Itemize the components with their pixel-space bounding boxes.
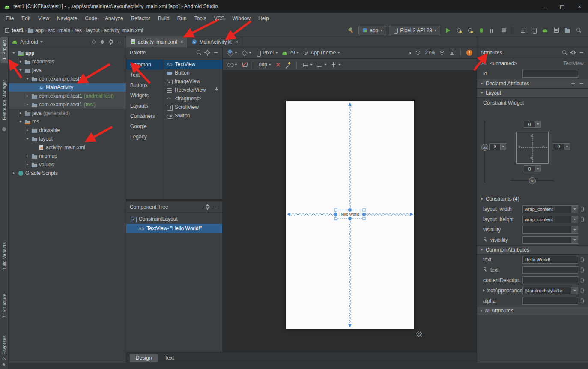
device-screen[interactable]: Hello World! bbox=[286, 101, 414, 329]
palette-component-button[interactable]: Button bbox=[164, 69, 222, 77]
resource-picker-icon[interactable] bbox=[581, 257, 584, 262]
dropdown-button[interactable] bbox=[535, 121, 540, 127]
tree-item-activity_main.xml[interactable]: activity_main.xml bbox=[9, 143, 126, 152]
tree-expander[interactable] bbox=[18, 121, 23, 123]
infer-constraints-icon[interactable] bbox=[285, 62, 291, 68]
gear-icon[interactable] bbox=[570, 50, 576, 56]
menu-run[interactable]: Run bbox=[173, 14, 191, 23]
menu-analyze[interactable]: Analyze bbox=[101, 14, 127, 23]
render-errors-icon[interactable] bbox=[466, 50, 472, 56]
mode-tab-design[interactable]: Design bbox=[130, 354, 158, 362]
sdk-manager-button[interactable] bbox=[540, 26, 550, 35]
attr-field-text[interactable] bbox=[522, 256, 578, 264]
constraints-section[interactable]: Constraints (4) bbox=[477, 194, 588, 204]
device-explorer-button[interactable] bbox=[562, 26, 573, 35]
margin-top-selector[interactable]: 0 bbox=[524, 121, 541, 128]
search-button[interactable] bbox=[573, 26, 584, 35]
design-canvas-area[interactable]: Hello World! bbox=[223, 71, 477, 352]
menu-refactor[interactable]: Refactor bbox=[127, 14, 154, 23]
breadcrumb-res[interactable]: res bbox=[75, 27, 82, 33]
project-view-selector[interactable]: Android bbox=[20, 39, 38, 45]
tab-close-icon[interactable]: × bbox=[235, 39, 238, 45]
margin-bottom-selector[interactable]: 0 bbox=[524, 165, 541, 172]
tree-expander[interactable] bbox=[25, 138, 30, 140]
layout-section[interactable]: Layout bbox=[477, 88, 588, 98]
apply-changes-button[interactable] bbox=[454, 26, 464, 35]
attr-field-text[interactable] bbox=[522, 266, 578, 274]
palette-component-imageview[interactable]: ImageView bbox=[164, 77, 222, 86]
canvas-resize-grip[interactable] bbox=[416, 331, 422, 337]
declared-attributes-section[interactable]: Declared Attributes bbox=[477, 79, 588, 88]
component-tree-item-constraintlayout[interactable]: ConstraintLayout bbox=[126, 214, 222, 224]
breadcrumb-app[interactable]: app bbox=[28, 27, 44, 33]
stripe-item-7-structure[interactable]: 7: Structure bbox=[0, 290, 8, 321]
palette-category-google[interactable]: Google bbox=[126, 121, 164, 132]
apply-code-button[interactable] bbox=[465, 26, 475, 35]
tree-item-java[interactable]: java bbox=[9, 66, 126, 75]
attr-field-visibility[interactable] bbox=[522, 236, 578, 244]
attr-input[interactable] bbox=[523, 206, 571, 213]
attr-input[interactable] bbox=[523, 287, 571, 294]
tab-close-icon[interactable]: × bbox=[180, 39, 183, 45]
dropdown-button[interactable] bbox=[564, 144, 570, 150]
design-mode-selector[interactable] bbox=[227, 50, 237, 56]
vertical-bias-track[interactable] bbox=[484, 121, 485, 183]
palette-category-legacy[interactable]: Legacy bbox=[126, 132, 164, 142]
tree-item-mainactivity[interactable]: MainActivity bbox=[9, 83, 126, 92]
resource-picker-icon[interactable] bbox=[581, 217, 584, 222]
horizontal-bias-knob[interactable]: 50 bbox=[529, 177, 536, 184]
tree-item-manifests[interactable]: manifests bbox=[9, 57, 126, 66]
stripe-item-2-favorites[interactable]: 2: Favorites bbox=[0, 332, 8, 363]
dropdown-button[interactable] bbox=[535, 166, 540, 172]
hide-panel-icon[interactable] bbox=[213, 50, 219, 56]
resource-picker-icon[interactable] bbox=[581, 298, 584, 303]
tree-expander[interactable] bbox=[18, 60, 23, 63]
search-icon[interactable] bbox=[561, 50, 567, 56]
tree-expander[interactable] bbox=[25, 103, 30, 106]
tree-expander[interactable] bbox=[25, 163, 30, 166]
attr-field-visibility[interactable] bbox=[522, 226, 578, 234]
resource-picker-icon[interactable] bbox=[581, 267, 584, 273]
project-structure-button[interactable] bbox=[518, 26, 528, 35]
pack-selector[interactable] bbox=[302, 62, 313, 68]
run-configuration-selector[interactable]: app bbox=[358, 26, 386, 35]
tree-expander[interactable] bbox=[18, 112, 23, 114]
tree-item-com.example.test1[interactable]: com.example.test1 (androidTest) bbox=[9, 92, 126, 100]
dropdown-button[interactable] bbox=[571, 206, 578, 213]
zoom-to-fit-icon[interactable] bbox=[449, 50, 455, 56]
palette-component-switch[interactable]: Switch bbox=[164, 111, 222, 120]
menu-edit[interactable]: Edit bbox=[18, 14, 34, 23]
debug-button[interactable] bbox=[476, 26, 487, 35]
breadcrumb-test1[interactable]: test1 bbox=[4, 27, 24, 33]
palette-component-textview[interactable]: AbTextView bbox=[164, 60, 222, 69]
attr-field-textappearance[interactable] bbox=[522, 287, 578, 294]
stripe-item-build-variants[interactable]: Build Variants bbox=[0, 239, 8, 274]
tree-expander[interactable] bbox=[11, 172, 16, 174]
tree-expander[interactable] bbox=[25, 95, 30, 97]
gear-icon[interactable] bbox=[108, 39, 114, 45]
hide-panel-icon[interactable] bbox=[116, 39, 122, 45]
device-in-editor-selector[interactable]: Pixel bbox=[255, 50, 278, 56]
orientation-selector[interactable] bbox=[241, 50, 251, 56]
dropdown-button[interactable] bbox=[571, 237, 578, 243]
tree-item-app[interactable]: app bbox=[9, 49, 126, 57]
menu-view[interactable]: View bbox=[34, 14, 53, 23]
tree-item-layout[interactable]: layout bbox=[9, 135, 126, 143]
zoom-in-icon[interactable] bbox=[439, 50, 445, 56]
gear-icon[interactable] bbox=[204, 50, 210, 56]
hide-panel-icon[interactable] bbox=[579, 50, 585, 56]
palette-category-text[interactable]: Text bbox=[126, 70, 164, 80]
menu-vcs[interactable]: VCS bbox=[210, 14, 229, 23]
resource-picker-icon[interactable] bbox=[581, 288, 584, 293]
layout-inspector-button[interactable] bbox=[551, 26, 561, 35]
palette-component-fragment[interactable]: <fragment> bbox=[164, 94, 222, 103]
margin-left-selector[interactable]: 0 bbox=[489, 143, 506, 150]
build-project-button[interactable] bbox=[346, 26, 356, 35]
stop-button[interactable] bbox=[498, 26, 509, 35]
component-tree-item-textview-hello-world-[interactable]: AbTextView- "Hello World!" bbox=[126, 224, 222, 233]
margin-right-selector[interactable]: 0 bbox=[553, 143, 570, 150]
menu-code[interactable]: Code bbox=[81, 14, 101, 23]
tree-item-drawable[interactable]: drawable bbox=[9, 126, 126, 135]
attr-input[interactable] bbox=[523, 277, 578, 284]
constraint-widget[interactable]: 50 50 » « » » 0 0 0 0 bbox=[477, 108, 588, 194]
